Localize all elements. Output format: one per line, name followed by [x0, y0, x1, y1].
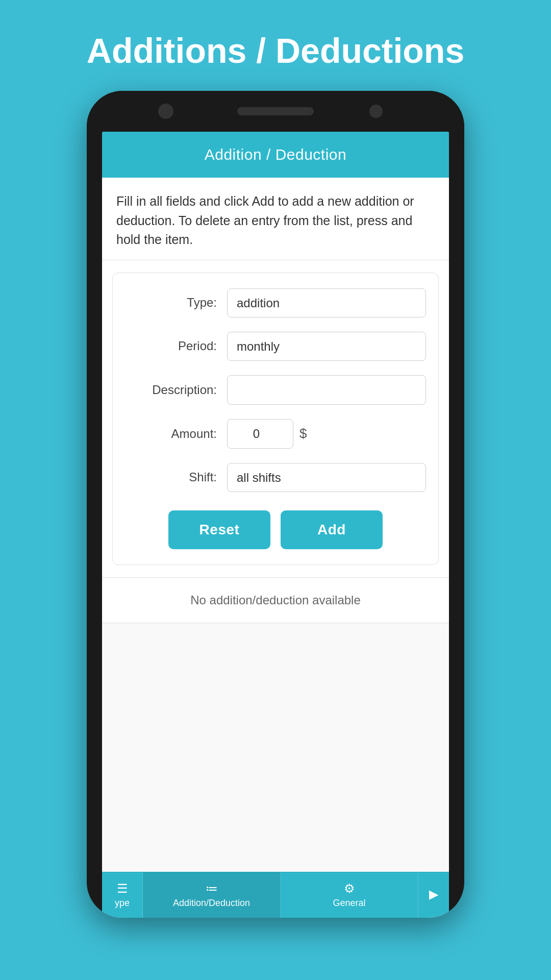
nav-more-button[interactable]: ▶	[418, 872, 449, 918]
empty-state-text: No addition/deduction available	[116, 593, 435, 607]
shift-row: Shift: all shifts morning afternoon nigh…	[125, 463, 426, 492]
shift-select[interactable]: all shifts morning afternoon night	[227, 463, 426, 492]
add-button[interactable]: Add	[281, 510, 383, 549]
nav-more-icon: ▶	[429, 887, 438, 901]
nav-addition-icon: ≔	[206, 881, 218, 896]
nav-item-type[interactable]: ☰ ype	[102, 872, 143, 918]
phone-screen: Addition / Deduction Fill in all fields …	[102, 132, 449, 918]
empty-state: No addition/deduction available	[102, 577, 449, 623]
app-header-title: Addition / Deduction	[205, 146, 347, 163]
form-card: Type: addition deduction Period: monthly…	[112, 273, 439, 565]
description-row: Description:	[125, 375, 426, 405]
front-camera-right	[369, 105, 383, 118]
screen-content: Fill in all fields and click Add to add …	[102, 178, 449, 872]
nav-item-addition-deduction[interactable]: ≔ Addition/Deduction	[143, 872, 281, 918]
period-row: Period: monthly weekly daily per shift	[125, 332, 426, 361]
nav-type-label: ype	[115, 898, 130, 909]
amount-row: Amount: $	[125, 419, 426, 449]
form-buttons-row: Reset Add	[125, 510, 426, 549]
phone-top-bar	[87, 91, 464, 132]
amount-input[interactable]	[227, 419, 293, 449]
type-label: Type:	[125, 296, 227, 310]
app-header: Addition / Deduction	[102, 132, 449, 178]
front-camera-left	[158, 104, 173, 119]
period-select[interactable]: monthly weekly daily per shift	[227, 332, 426, 361]
instructions-text: Fill in all fields and click Add to add …	[102, 178, 449, 260]
description-input[interactable]	[227, 375, 426, 405]
bottom-nav: ☰ ype ≔ Addition/Deduction ⚙ General ▶	[102, 872, 449, 918]
page-title: Additions / Deductions	[0, 31, 551, 70]
type-row: Type: addition deduction	[125, 288, 426, 317]
phone-shell: Addition / Deduction Fill in all fields …	[87, 91, 464, 918]
nav-type-icon: ☰	[117, 881, 128, 896]
currency-symbol: $	[299, 426, 307, 442]
nav-general-icon: ⚙	[344, 881, 355, 896]
period-label: Period:	[125, 339, 227, 353]
nav-item-general[interactable]: ⚙ General	[281, 872, 418, 918]
nav-addition-label: Addition/Deduction	[173, 898, 250, 909]
amount-input-group: $	[227, 419, 307, 449]
amount-label: Amount:	[125, 427, 227, 441]
reset-button[interactable]: Reset	[168, 510, 270, 549]
type-select[interactable]: addition deduction	[227, 288, 426, 317]
phone-speaker	[237, 107, 314, 115]
empty-list-area	[102, 623, 449, 872]
shift-label: Shift:	[125, 470, 227, 484]
nav-general-label: General	[333, 898, 365, 909]
description-label: Description:	[125, 383, 227, 397]
